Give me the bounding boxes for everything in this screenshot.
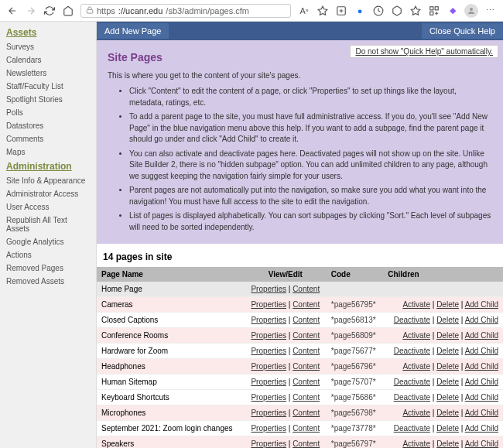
delete-link[interactable]: Delete: [436, 439, 459, 448]
viewedit-cell: Properties | Content: [245, 421, 327, 436]
history-icon[interactable]: [371, 4, 385, 18]
add-child-link[interactable]: Add Child: [465, 316, 498, 324]
delete-link[interactable]: Delete: [436, 316, 459, 324]
sidebar-item[interactable]: Surveys: [0, 40, 96, 53]
favorites-icon[interactable]: [409, 4, 423, 18]
extensions-icon[interactable]: [390, 4, 404, 18]
activate-link[interactable]: Activate: [402, 362, 430, 371]
home-icon[interactable]: [62, 5, 74, 17]
properties-link[interactable]: Properties: [251, 393, 286, 402]
activate-link[interactable]: Activate: [402, 331, 430, 340]
properties-link[interactable]: Properties: [251, 300, 286, 309]
sidebar-item[interactable]: Calendars: [0, 53, 96, 67]
sidebar-header[interactable]: Assets: [0, 25, 96, 40]
add-child-link[interactable]: Add Child: [465, 331, 498, 340]
activate-link[interactable]: Activate: [402, 409, 430, 417]
viewedit-cell: Properties | Content: [245, 297, 327, 313]
delete-link[interactable]: Delete: [436, 331, 459, 340]
add-child-link[interactable]: Add Child: [465, 300, 498, 309]
sidebar-item[interactable]: Republish All Text Assets: [0, 214, 96, 235]
sidebar-item[interactable]: Actions: [0, 248, 96, 262]
sidebar-header[interactable]: Administration: [0, 159, 96, 174]
delete-link[interactable]: Delete: [436, 424, 459, 433]
children-cell: Activate | Delete | Add Child: [383, 297, 503, 313]
content-link[interactable]: Content: [293, 393, 320, 402]
sidebar-item[interactable]: Newsletters: [0, 67, 96, 80]
help-bullet: You can also activate and deactivate pag…: [129, 149, 492, 183]
content-link[interactable]: Content: [293, 424, 320, 433]
content-link[interactable]: Content: [293, 316, 320, 324]
content-link[interactable]: Content: [293, 300, 320, 309]
properties-link[interactable]: Properties: [251, 347, 286, 355]
url-bar[interactable]: https://ucanr.edu/sb3/admin/pages.cfm: [80, 4, 291, 18]
delete-link[interactable]: Delete: [436, 393, 459, 402]
sidebar-item[interactable]: Staff/Faculty List: [0, 80, 96, 93]
properties-link[interactable]: Properties: [251, 378, 286, 386]
sidebar: AssetsSurveysCalendarsNewslettersStaff/F…: [0, 22, 97, 448]
properties-link[interactable]: Properties: [251, 409, 286, 417]
main: Add New Page Close Quick Help Do not sho…: [97, 22, 503, 448]
delete-link[interactable]: Delete: [436, 409, 459, 417]
reader-icon[interactable]: A»: [297, 4, 311, 18]
sidebar-item[interactable]: Spotlight Stories: [0, 93, 96, 106]
deactivate-link[interactable]: Deactivate: [394, 393, 430, 402]
add-child-link[interactable]: Add Child: [465, 362, 498, 371]
sidebar-item[interactable]: Polls: [0, 106, 96, 119]
page-name-cell: Conference Rooms: [97, 328, 245, 344]
svg-rect-7: [430, 12, 433, 15]
properties-link[interactable]: Properties: [251, 331, 286, 340]
properties-link[interactable]: Properties: [251, 316, 286, 324]
avatar[interactable]: [464, 4, 478, 18]
sidebar-item[interactable]: Administrator Access: [0, 187, 96, 200]
sidebar-item[interactable]: User Access: [0, 200, 96, 214]
help-bullet: Click "Content" to edit the content of a…: [129, 86, 492, 108]
add-child-link[interactable]: Add Child: [465, 424, 498, 433]
deactivate-link[interactable]: Deactivate: [394, 378, 430, 386]
properties-link[interactable]: Properties: [251, 362, 286, 371]
add-child-link[interactable]: Add Child: [465, 409, 498, 417]
back-icon[interactable]: [6, 5, 19, 17]
close-quick-help-button[interactable]: Close Quick Help: [422, 23, 503, 39]
auto-help-toggle[interactable]: Do not show "Quick Help" automatically.: [350, 45, 498, 58]
sidebar-item[interactable]: Comments: [0, 132, 96, 145]
content-link[interactable]: Content: [293, 378, 320, 386]
profile-dot-icon[interactable]: ●: [353, 4, 367, 18]
content-link[interactable]: Content: [293, 331, 320, 340]
add-child-link[interactable]: Add Child: [465, 347, 498, 355]
sidebar-item[interactable]: Google Analytics: [0, 235, 96, 248]
content-link[interactable]: Content: [293, 285, 320, 293]
deactivate-link[interactable]: Deactivate: [394, 316, 430, 324]
more-icon[interactable]: ⋯: [483, 4, 497, 18]
activate-link[interactable]: Activate: [402, 439, 430, 448]
sidebar-item[interactable]: Site Info & Appearance: [0, 174, 96, 187]
properties-link[interactable]: Properties: [251, 424, 286, 433]
content-link[interactable]: Content: [293, 347, 320, 355]
deactivate-link[interactable]: Deactivate: [394, 347, 430, 355]
add-child-link[interactable]: Add Child: [465, 378, 498, 386]
properties-link[interactable]: Properties: [251, 439, 286, 448]
add-child-link[interactable]: Add Child: [465, 393, 498, 402]
delete-link[interactable]: Delete: [436, 378, 459, 386]
app-icon[interactable]: ◆: [446, 4, 460, 18]
refresh-icon[interactable]: [43, 5, 56, 17]
content-link[interactable]: Content: [293, 362, 320, 371]
activate-link[interactable]: Activate: [402, 300, 430, 309]
addtab-icon[interactable]: [334, 4, 348, 18]
add-child-link[interactable]: Add Child: [465, 439, 498, 448]
sidebar-item[interactable]: Removed Assets: [0, 275, 96, 288]
properties-link[interactable]: Properties: [251, 285, 286, 293]
delete-link[interactable]: Delete: [436, 362, 459, 371]
delete-link[interactable]: Delete: [436, 300, 459, 309]
content-link[interactable]: Content: [293, 409, 320, 417]
sidebar-item[interactable]: Maps: [0, 145, 96, 159]
delete-link[interactable]: Delete: [436, 347, 459, 355]
sidebar-item[interactable]: Datastores: [0, 119, 96, 132]
sidebar-item[interactable]: Removed Pages: [0, 262, 96, 275]
star-icon[interactable]: [316, 4, 330, 18]
deactivate-link[interactable]: Deactivate: [394, 424, 430, 433]
add-new-page-button[interactable]: Add New Page: [97, 23, 169, 39]
forward-icon[interactable]: [25, 5, 37, 17]
content-link[interactable]: Content: [293, 439, 320, 448]
collections-icon[interactable]: [427, 4, 441, 18]
table-row: MicrophonesProperties | Content*page5679…: [97, 405, 503, 421]
